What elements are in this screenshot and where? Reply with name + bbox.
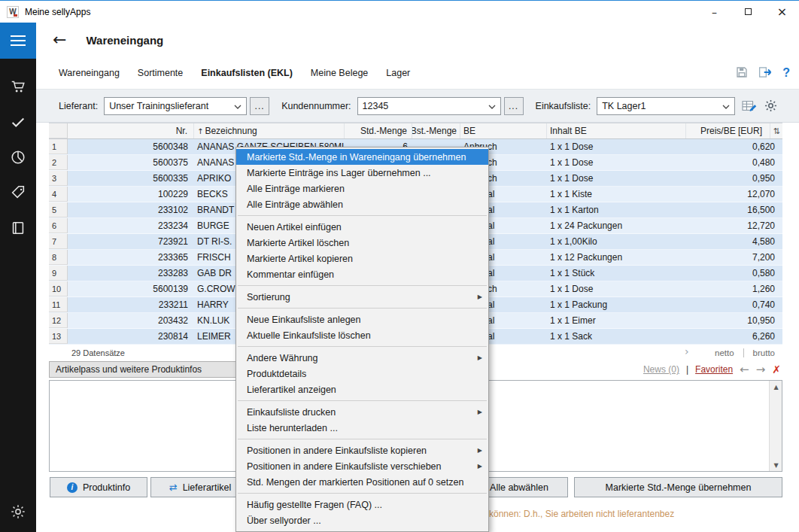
forward-export-icon[interactable] [758,65,773,81]
submenu-arrow-icon: ▶ [478,463,482,470]
menu-separator [238,400,487,401]
cell-preis: 12,720 [686,220,782,231]
menu-item[interactable]: Markierte Artikel löschen [236,235,488,251]
menu-item[interactable]: Std. Mengen der markierten Positionen au… [236,474,488,490]
menu-item[interactable]: Kommentar einfügen [236,266,488,282]
menu-item[interactable]: Produktdetails [236,366,488,382]
menu-item[interactable]: Lieferartikel anzeigen [236,382,488,397]
menu-item[interactable]: Häufig gestellte Fragen (FAQ) ... [236,497,488,512]
menu-item[interactable]: Alle Einträge abwählen [236,196,488,212]
menu-item[interactable]: Andere Währung▶ [236,350,488,366]
tab-wareneingang[interactable]: Wareneingang [59,68,120,78]
menu-item[interactable]: Einkaufsliste drucken▶ [236,404,488,420]
einkaufsliste-select[interactable]: TK Lager1 [597,97,735,115]
sort-both-icon[interactable]: ⇅ [770,123,782,138]
cell-preis: 10,950 [686,315,782,326]
menu-item[interactable]: Liste herunterladen ... [236,420,488,436]
cell-nr: 233102 [68,205,194,215]
next-arrow-icon[interactable]: → [756,363,766,376]
menu-item[interactable]: Neuen Artikel einfügen [236,219,488,235]
menu-item-label: Liste herunterladen ... [247,423,338,433]
pie-chart-icon[interactable] [10,149,26,166]
chevron-down-icon [722,101,730,111]
uebernehmen-button[interactable]: Markierte Std.-Menge übernehmen [574,477,782,497]
cell-inhalt-be: 1 x 1 Karton [547,205,686,215]
menu-item[interactable]: Neue Einkaufsliste anlegen [236,312,488,327]
row-number: 4 [49,187,68,202]
cell-preis: 7,200 [686,252,782,263]
cell-nr: 5600139 [68,284,194,294]
scroll-up-icon[interactable]: ▲ [770,381,782,393]
kundennummer-more-button[interactable]: ... [504,97,524,115]
settings-gear-icon[interactable] [10,503,26,520]
col-be[interactable]: BE [460,123,547,138]
page-title: Wareneingang [86,34,163,47]
tab-lager[interactable]: Lager [386,68,410,78]
sidebar [0,23,36,532]
back-button[interactable]: ← [53,32,66,48]
close-button[interactable]: × [765,1,799,23]
menu-item[interactable]: Aktuelle Einkaufsliste löschen [236,327,488,343]
row-number: 9 [49,266,68,281]
close-panel-icon[interactable]: ✗ [772,363,781,375]
menu-item[interactable]: Positionen in andere Einkaufsliste kopie… [236,442,488,458]
row-number: 6 [49,218,68,233]
save-icon[interactable] [735,65,749,81]
menu-item[interactable]: Über sellyorder ... [236,512,488,528]
minimize-button[interactable]: – [697,1,731,23]
col-nr[interactable]: Nr. [68,123,194,138]
menu-item-label: Markierte Einträge ins Lager übernehmen … [247,168,431,178]
maximize-button[interactable] [731,1,765,23]
cell-inhalt-be: 1 x 1 Eimer [547,315,686,326]
cell-nr: 723921 [68,236,194,247]
menu-item[interactable]: Sortierung▶ [236,289,488,305]
menu-item[interactable]: Markierte Std.-Menge in Wareneingang übe… [236,149,488,165]
vertical-scrollbar[interactable]: ▲ ▼ [769,381,782,471]
swap-icon: ⇄ [169,482,178,493]
col-bst-menge[interactable]: Bst.-Menge [412,123,460,138]
price-tag-icon[interactable] [10,184,26,201]
cell-inhalt-be: 1 x 1 Dose [547,157,686,168]
check-icon[interactable] [10,114,26,130]
menu-item-label: Einkaufsliste drucken [247,407,336,418]
menu-item[interactable]: Markierte Einträge ins Lager übernehmen … [236,165,488,181]
menu-item-label: Kommentar einfügen [247,269,334,280]
col-bezeichnung[interactable]: ↑ Bezeichnung [194,123,345,138]
scroll-down-icon[interactable]: ▼ [770,459,782,471]
artikelpass-header[interactable]: Artikelpass und weitere Produktinfos [49,361,237,378]
kundennummer-select[interactable]: 12345 [357,97,501,115]
col-std-menge[interactable]: Std.-Menge [345,123,412,138]
produktinfo-button[interactable]: i Produktinfo [50,477,147,497]
brutto-toggle[interactable]: brutto [753,348,775,357]
submenu-arrow-icon: ▶ [478,354,482,361]
record-count: 29 Datensätze [71,348,125,357]
link-divider: | [686,364,688,375]
lieferant-more-button[interactable]: ... [250,97,269,115]
list-settings-gear-icon[interactable] [764,99,778,113]
tab-sortimente[interactable]: Sortimente [138,68,183,78]
prev-arrow-icon[interactable]: ← [740,363,749,376]
news-link[interactable]: News (0) [643,364,679,375]
tab-meine-belege[interactable]: Meine Belege [311,68,368,78]
context-menu: Markierte Std.-Menge in Wareneingang übe… [235,147,489,532]
col-inhalt-be[interactable]: Inhalt BE [547,123,686,138]
tab-einkaufslisten-ekl-[interactable]: Einkaufslisten (EKL) [201,68,293,78]
menu-item[interactable]: Alle Einträge markieren [236,181,488,196]
col-preis[interactable]: Preis/BE [EUR] [686,123,770,138]
netto-toggle[interactable]: netto [715,348,734,357]
info-icon: i [67,482,77,493]
cell-inhalt-be: 1 x 1 Dose [547,173,686,184]
menu-item[interactable]: Markierte Artikel kopieren [236,251,488,266]
edit-list-icon[interactable] [741,99,758,113]
lieferant-select[interactable]: Unser Trainingslieferant [104,97,247,115]
favoriten-link[interactable]: Favoriten [695,364,733,375]
hamburger-menu-button[interactable] [0,23,36,59]
cell-inhalt-be: 1 x 1 Dose [547,141,686,152]
menu-item[interactable]: Positionen in andere Einkaufsliste versc… [236,458,488,474]
chevron-down-icon [234,101,242,111]
cart-icon[interactable] [10,78,26,95]
catalog-icon[interactable] [10,220,26,236]
scroll-right-icon[interactable]: › [685,345,689,357]
help-icon[interactable]: ? [782,66,790,80]
cell-nr: 5600375 [68,157,194,168]
